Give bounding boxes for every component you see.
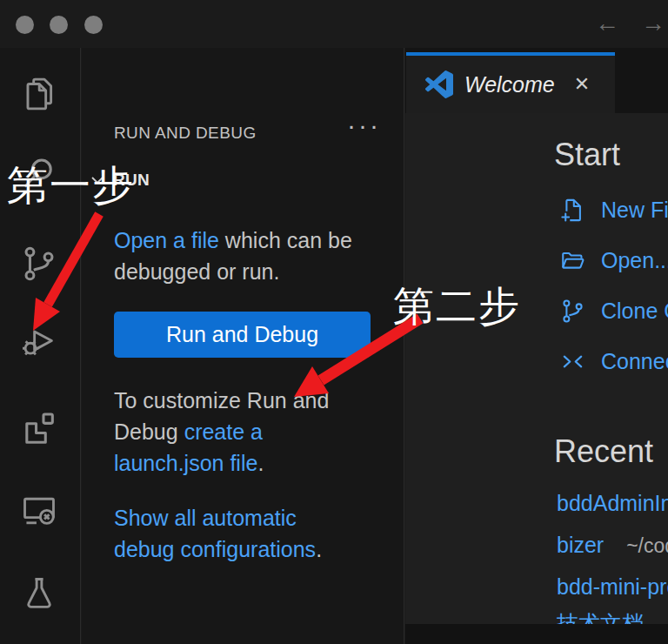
start-item-open[interactable]: Open... — [559, 247, 668, 274]
show-configs-paragraph: Show all automatic debug configurations. — [114, 502, 337, 565]
start-item-clone[interactable]: Clone Git Repository... — [559, 298, 668, 325]
recent-item[interactable]: bddAdminInfo — [557, 491, 668, 516]
editor-group: Welcome ✕ Start New File... Ope — [405, 48, 668, 644]
window-close-button[interactable] — [16, 16, 34, 34]
editor-bottom-strip — [405, 624, 668, 644]
new-file-icon — [559, 197, 586, 224]
extensions-icon[interactable] — [19, 407, 59, 447]
recent-link[interactable]: bizer — [557, 533, 604, 557]
recent-item[interactable]: bizer~/code — [557, 533, 668, 558]
customize-period: . — [257, 451, 264, 475]
customize-paragraph: To customize Run and Debug create a laun… — [114, 385, 357, 479]
tab-title: Welcome — [464, 72, 555, 97]
start-item-label: Clone Git Repository... — [601, 299, 668, 324]
start-heading: Start — [554, 137, 620, 173]
remote-connect-icon — [559, 348, 586, 375]
recent-item[interactable]: bdd-mini-program — [557, 574, 668, 600]
title-bar: ← → — [0, 0, 668, 48]
run-and-debug-button[interactable]: Run and Debug — [114, 312, 371, 358]
explorer-icon[interactable] — [19, 75, 59, 115]
recent-link[interactable]: bdd-mini-program — [557, 574, 668, 599]
welcome-page: Start New File... Open... — [405, 113, 668, 624]
recent-link[interactable]: bddAdminInfo — [557, 491, 668, 515]
run-and-debug-icon[interactable] — [19, 320, 59, 360]
tab-strip: Welcome ✕ — [405, 48, 668, 113]
recent-heading: Recent — [554, 433, 653, 470]
source-control-icon[interactable] — [19, 244, 59, 284]
show-configs-period: . — [316, 537, 322, 561]
recent-item[interactable]: 技术文档 — [557, 609, 644, 624]
tab-welcome[interactable]: Welcome ✕ — [406, 52, 615, 113]
window-minimize-button[interactable] — [50, 16, 68, 34]
start-item-label: Connect to... — [601, 349, 668, 374]
recent-link[interactable]: 技术文档 — [557, 611, 644, 624]
vscode-logo-icon — [425, 70, 453, 98]
show-debug-configurations-link[interactable]: Show all automatic debug configurations — [114, 506, 316, 561]
remote-explorer-icon[interactable] — [19, 491, 59, 531]
start-item-connect[interactable]: Connect to... — [559, 348, 668, 375]
open-folder-icon — [559, 247, 586, 274]
start-item-label: Open... — [601, 248, 668, 273]
panel-title: RUN AND DEBUG — [114, 124, 257, 143]
open-file-paragraph: Open a file which can be debugged or run… — [114, 225, 375, 287]
nav-back-icon[interactable]: ← — [595, 7, 619, 40]
window-zoom-button[interactable] — [84, 16, 103, 34]
start-item-new-file[interactable]: New File... — [559, 197, 668, 224]
open-a-file-link[interactable]: Open a file — [114, 228, 219, 252]
recent-path: ~/code — [626, 534, 668, 557]
annotation-step1: 第一步 — [7, 158, 135, 213]
nav-forward-icon[interactable]: → — [641, 7, 665, 40]
testing-icon[interactable] — [19, 574, 59, 614]
start-item-label: New File... — [601, 198, 668, 223]
git-clone-icon — [559, 298, 586, 325]
activity-bar — [0, 48, 81, 644]
tab-close-icon[interactable]: ✕ — [574, 73, 590, 96]
more-actions-icon[interactable]: ··· — [347, 111, 381, 140]
run-and-debug-panel: RUN AND DEBUG ··· RUN Open a file which … — [82, 48, 404, 644]
annotation-step2: 第二步 — [393, 279, 521, 334]
